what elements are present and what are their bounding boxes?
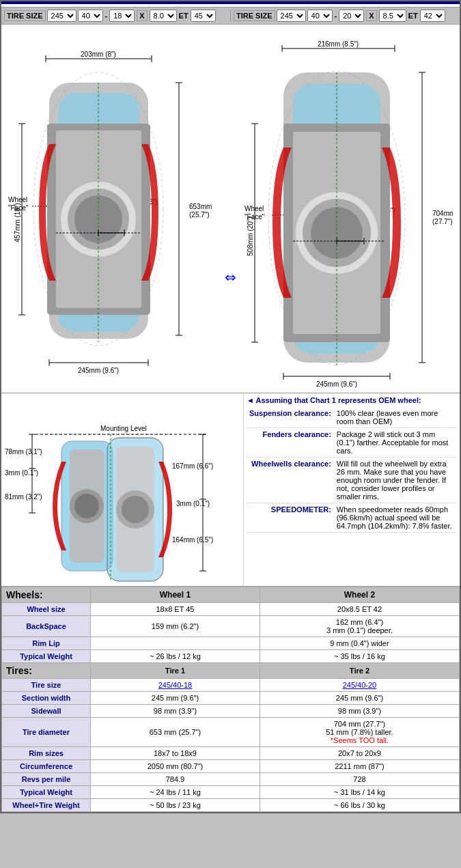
rim-size-label-2: X (366, 10, 376, 21)
svg-text:164mm (6.5"): 164mm (6.5") (172, 536, 213, 544)
tire-aspect-1[interactable]: 40 (78, 10, 103, 22)
row-val1: ~ 24 lbs / 11 kg (91, 786, 260, 799)
row-label: Tire size (2, 679, 91, 692)
table-row: BackSpace159 mm (6.2")162 mm (6.4") 3 mm… (2, 616, 460, 637)
compare-row-value: Package 2 will stick out 3 mm (0.1") far… (334, 428, 457, 458)
wheel2-diagram: 216mm (8.5") 704mm (27.7") 508mm (20") W… (241, 28, 457, 389)
swap-icon[interactable]: ⇔ (224, 28, 238, 389)
svg-text:216mm (8.5"): 216mm (8.5") (317, 40, 358, 48)
compare-row-label: Fenders clearance: (247, 428, 334, 458)
row-label: Revs per mile (2, 773, 91, 786)
svg-text:"Face": "Face" (8, 204, 29, 212)
et-label-2: ET (408, 12, 418, 20)
table-row: Wheel size18x8 ET 4520x8.5 ET 42 (2, 603, 460, 616)
tires-header-label: Tires: (2, 663, 91, 679)
row-val2: ~ 31 lbs / 14 kg (260, 786, 459, 799)
row-val1: 98 mm (3.9") (91, 705, 260, 718)
tire-size-label-1: TIRE SIZE (4, 10, 46, 21)
row-val1: 245/40-18 (91, 679, 260, 692)
table-row: Section width245 mm (9.6")245 mm (9.6") (2, 692, 460, 705)
dash-2: - (335, 12, 337, 20)
et-label-1: ET (179, 12, 188, 20)
row-label: Typical Weight (2, 786, 91, 799)
rim-et-1[interactable]: 45 (191, 10, 216, 22)
rim-width-2[interactable]: 8.5 (379, 10, 406, 22)
tire-rim-1[interactable]: 18 (109, 10, 135, 22)
tire-width-2[interactable]: 245 (277, 10, 306, 22)
wheel1-col-header: Wheel 1 (91, 587, 260, 603)
rim-width-1[interactable]: 8.0 (150, 10, 177, 22)
row-val1: ~ 50 lbs / 23 kg (91, 799, 260, 812)
tire-rim-2[interactable]: 20 (339, 10, 364, 22)
row-val1: 2050 mm (80.7") (91, 760, 260, 773)
row-val2: 245 mm (9.6") (260, 692, 459, 705)
tall-warning: *Seems TOO tall. (331, 736, 389, 744)
svg-text:"Face": "Face" (245, 213, 265, 221)
wheel2-svg: 216mm (8.5") 704mm (27.7") 508mm (20") W… (241, 28, 453, 397)
table-row: Circumference2050 mm (80.7")2211 mm (87"… (2, 760, 460, 773)
svg-text:3mm (0.1"): 3mm (0.1") (5, 469, 38, 477)
tire-width-1[interactable]: 245 (47, 10, 76, 22)
row-label: Circumference (2, 760, 91, 773)
row-val1 (91, 637, 260, 650)
dash-1: - (105, 12, 108, 20)
wheel1-svg: 203mm (8") 653mm (25.7") 457mm (18") Whe… (5, 28, 216, 383)
compare-row-label: Suspension clearance: (247, 407, 334, 428)
row-val1: 784.9 (91, 773, 260, 786)
compare-row: Fenders clearance:Package 2 will stick o… (247, 428, 457, 458)
wheels-section-header: Wheels: (2, 587, 91, 603)
table-row: Typical Weight~ 24 lbs / 11 kg~ 31 lbs /… (2, 786, 460, 799)
row-val1: 18x7 to 18x9 (91, 747, 260, 760)
tire1-link[interactable]: 245/40-18 (158, 681, 193, 689)
table-row: Sidewall98 mm (3.9")98 mm (3.9") (2, 705, 460, 718)
row-val1: 159 mm (6.2") (91, 616, 260, 637)
tires-section-header-row: Tires:Tire 1Tire 2 (2, 663, 460, 679)
row-label: Rim sizes (2, 747, 91, 760)
row-val2: ~ 35 lbs / 16 kg (260, 650, 459, 663)
row-label: BackSpace (2, 616, 91, 637)
tire-aspect-2[interactable]: 40 (307, 10, 333, 22)
compare-header-note: ◄ Assuming that Chart 1 represents OEM w… (247, 396, 457, 404)
svg-text:653mm: 653mm (189, 203, 212, 210)
rim-size-label-1: X (137, 10, 147, 21)
table-row: Typical Weight~ 26 lbs / 12 kg~ 35 lbs /… (2, 650, 460, 663)
svg-text:704mm: 704mm (432, 210, 453, 217)
svg-text:Wheel: Wheel (8, 196, 27, 204)
compare-svg: Mounting Level 78mm (3.1") 3mm (0.1") 81… (1, 393, 244, 585)
diagram-section: 203mm (8") 653mm (25.7") 457mm (18") Whe… (1, 25, 460, 393)
row-val2: 704 mm (27.7")51 mm (7.8%) taller.*Seems… (260, 718, 459, 747)
svg-text:167mm (6.6"): 167mm (6.6") (172, 462, 213, 470)
table-row: Wheel+Tire Weight~ 50 lbs / 23 kg~ 66 lb… (2, 799, 460, 812)
row-val2: 98 mm (3.9") (260, 705, 459, 718)
row-val2: 245/40-20 (260, 679, 459, 692)
svg-text:3mm (0.1"): 3mm (0.1") (176, 500, 210, 507)
row-val2: 20x8.5 ET 42 (260, 603, 459, 616)
row-label: Rim Lip (2, 637, 91, 650)
row-val1: 18x8 ET 45 (91, 603, 260, 616)
compare-table: Suspension clearance:100% clear (leaves … (247, 407, 457, 533)
svg-text:78mm (3.1"): 78mm (3.1") (5, 448, 42, 456)
tire2-link[interactable]: 245/40-20 (343, 681, 377, 689)
table-row: Revs per mile784.9728 (2, 773, 460, 786)
row-label: Sidewall (2, 705, 91, 718)
table-row: Tire diameter653 mm (25.7")704 mm (27.7"… (2, 718, 460, 747)
compare-note-text: Assuming that Chart 1 represents OEM whe… (256, 396, 421, 404)
table-row: Rim sizes18x7 to 18x920x7 to 20x9 (2, 747, 460, 760)
compare-row: Wheelwells clearance:Will fill out the w… (247, 458, 457, 503)
row-val2: 2211 mm (87") (260, 760, 459, 773)
svg-point-97 (74, 494, 99, 518)
tire-size-label-2: TIRE SIZE (234, 10, 275, 21)
controls-row: TIRE SIZE 245 40 - 18 X 8.0 ET 45 TIRE S… (1, 8, 460, 25)
row-val2: 20x7 to 20x9 (260, 747, 459, 760)
row-val2: 728 (260, 773, 459, 786)
row-label: Wheel+Tire Weight (2, 799, 91, 812)
svg-text:Wheel: Wheel (245, 205, 264, 212)
row-label: Tire diameter (2, 718, 91, 747)
row-val2: ~ 66 lbs / 30 kg (260, 799, 459, 812)
compare-diagram: Mounting Level 78mm (3.1") 3mm (0.1") 81… (1, 393, 244, 586)
wheel2-col-header: Wheel 2 (260, 587, 459, 603)
row-label: Section width (2, 692, 91, 705)
row-val1: ~ 26 lbs / 12 kg (91, 650, 260, 663)
wheel1-diagram: 203mm (8") 653mm (25.7") 457mm (18") Whe… (5, 28, 221, 389)
rim-et-2[interactable]: 42 (420, 10, 445, 22)
